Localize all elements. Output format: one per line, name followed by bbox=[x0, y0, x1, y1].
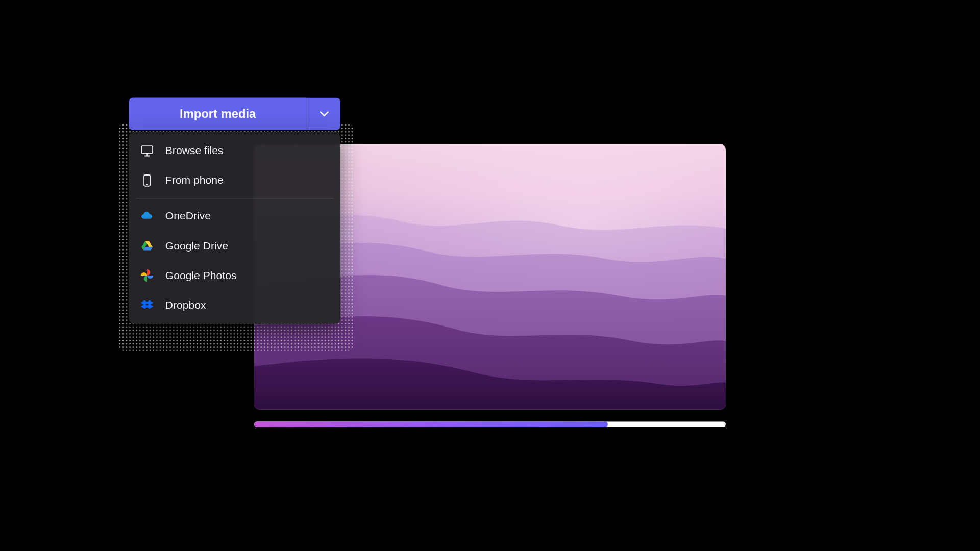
menu-item-label: OneDrive bbox=[165, 210, 211, 222]
svg-marker-13 bbox=[146, 304, 154, 309]
chevron-down-icon bbox=[316, 107, 331, 121]
onedrive-icon bbox=[140, 209, 155, 223]
phone-icon bbox=[140, 173, 155, 188]
menu-item-dropbox[interactable]: Dropbox bbox=[129, 290, 340, 320]
dropbox-icon bbox=[140, 298, 155, 313]
menu-item-label: From phone bbox=[165, 174, 224, 187]
progress-bar[interactable] bbox=[254, 421, 726, 427]
menu-item-google-drive[interactable]: Google Drive bbox=[129, 231, 340, 261]
import-media-dropdown: Browse files From phone OneDrive bbox=[129, 132, 340, 324]
import-media-button[interactable]: Import media bbox=[129, 98, 306, 130]
menu-item-onedrive[interactable]: OneDrive bbox=[129, 202, 340, 231]
menu-item-google-photos[interactable]: Google Photos bbox=[129, 261, 340, 290]
monitor-icon bbox=[140, 143, 155, 158]
menu-item-label: Browse files bbox=[165, 145, 224, 157]
svg-rect-2 bbox=[141, 146, 153, 154]
menu-item-label: Google Drive bbox=[165, 240, 228, 252]
dropdown-divider bbox=[136, 198, 334, 198]
google-drive-icon bbox=[140, 238, 155, 253]
import-media-dropdown-toggle[interactable] bbox=[307, 98, 340, 130]
import-media-label: Import media bbox=[180, 107, 256, 121]
import-media-split-button: Import media bbox=[129, 98, 340, 130]
menu-item-label: Dropbox bbox=[165, 299, 206, 311]
progress-fill bbox=[254, 421, 608, 427]
menu-item-browse-files[interactable]: Browse files bbox=[129, 136, 340, 166]
menu-item-label: Google Photos bbox=[165, 269, 237, 282]
google-photos-icon bbox=[140, 268, 155, 283]
menu-item-from-phone[interactable]: From phone bbox=[129, 166, 340, 195]
